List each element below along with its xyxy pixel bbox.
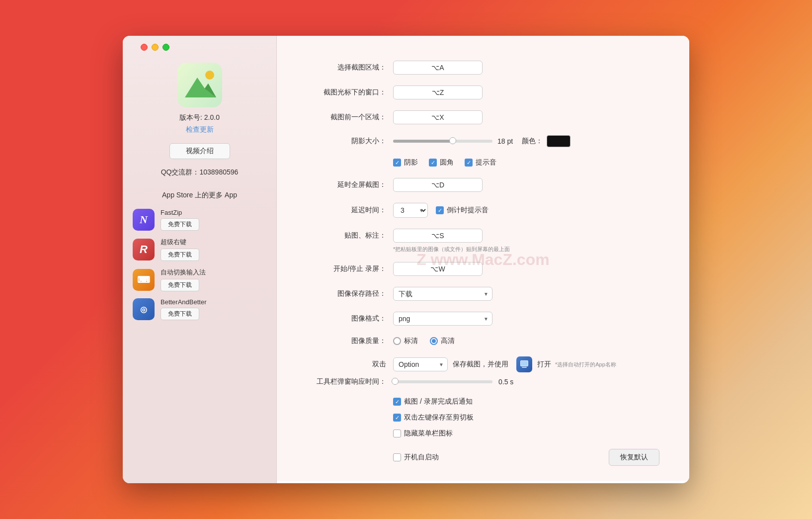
download-superright-button[interactable]: 免费下载	[161, 249, 199, 261]
radio-hd-label: 高清	[441, 337, 455, 346]
checkbox-notify-check[interactable]: ✓	[393, 398, 401, 406]
shortcut-prev-area[interactable]: ⌥X	[393, 110, 483, 124]
checkbox-hide-menu-label: 隐藏菜单栏图标	[404, 429, 453, 438]
label-double-click: 双击	[307, 360, 386, 369]
label-cursor-window: 截图光标下的窗口：	[307, 88, 386, 97]
checkbox-double-save-check[interactable]: ✓	[393, 414, 401, 422]
savepath-select[interactable]: 下载	[393, 287, 492, 301]
format-select[interactable]: png	[393, 312, 492, 326]
video-intro-button[interactable]: 视频介绍	[169, 143, 230, 159]
download-inputswitch-button[interactable]: 免费下载	[161, 279, 199, 291]
label-shadow: 阴影大小：	[307, 137, 386, 146]
delay-row: 延迟时间： 3 ▼ ✓ 倒计时提示音	[307, 203, 659, 218]
settings-row-cursor-window: 截图光标下的窗口： ⌥Z	[307, 86, 659, 99]
radio-hd: 高清	[430, 337, 455, 346]
shortcut-paste[interactable]: ⌥S	[393, 229, 483, 243]
app-name: 超级右键	[161, 238, 199, 247]
sidebar: 版本号: 2.0.0 检查更新 视频介绍 QQ交流群：1038980596 Ap…	[123, 36, 277, 483]
fastzip-icon: N	[133, 209, 155, 231]
shadow-row: 阴影大小： 18 pt 颜色：	[307, 135, 659, 147]
check-update-link[interactable]: 检查更新	[186, 125, 214, 134]
checkbox-autostart-label: 开机自启动	[404, 453, 439, 462]
checkbox-double-save: ✓ 双击左键保存至剪切板	[393, 413, 659, 422]
app-select-note: *选择自动打开的App名称	[555, 361, 616, 368]
label-prev-area: 截图前一个区域：	[307, 113, 386, 122]
settings-row-fullscreen: 延时全屏截图： ⌥D	[307, 178, 659, 192]
svg-rect-5	[522, 367, 527, 368]
save-and-use-label: 保存截图，并使用	[453, 360, 508, 369]
checkbox-notify: ✓ 截图 / 录屏完成后通知	[393, 397, 659, 406]
radio-standard: 标清	[393, 337, 418, 346]
app-name: BetterAndBetter	[161, 298, 207, 306]
delay-select-wrapper: 3 ▼	[393, 203, 428, 218]
checkbox-notify-label: 截图 / 录屏完成后通知	[404, 397, 473, 406]
shortcut-fullscreen[interactable]: ⌥D	[393, 178, 483, 192]
toolbar-value: 0.5 s	[498, 378, 513, 386]
settings-row-format: 图像格式： png ▼	[307, 312, 659, 326]
radio-hd-btn[interactable]	[430, 337, 438, 345]
list-item: R 超级右键 免费下载	[133, 238, 266, 261]
settings-row-savepath: 图像保存路径： 下载 ▼	[307, 287, 659, 301]
toolbar-slider-thumb[interactable]	[392, 378, 399, 385]
app-window: 版本号: 2.0.0 检查更新 视频介绍 QQ交流群：1038980596 Ap…	[123, 36, 689, 483]
paste-note: *把粘贴板里的图像（或文件）贴到屏幕的最上面	[307, 246, 659, 253]
label-fullscreen: 延时全屏截图：	[307, 180, 386, 189]
list-item: ◎ BetterAndBetter 免费下载	[133, 298, 266, 320]
settings-row-prev-area: 截图前一个区域： ⌥X	[307, 110, 659, 124]
maximize-button[interactable]	[162, 44, 169, 51]
settings-row-paste: 贴图、标注： ⌥S	[307, 229, 659, 243]
app-info: 自动切换输入法 免费下载	[161, 268, 206, 291]
checkbox-autostart: 开机自启动	[393, 453, 439, 462]
checkbox-countdown-label: 倒计时提示音	[447, 206, 488, 215]
checkbox-sound-label: 提示音	[476, 158, 496, 167]
checkbox-hide-menu-check[interactable]	[393, 430, 401, 437]
qq-group-text: QQ交流群：1038980596	[161, 168, 239, 177]
list-item: ⌨ 自动切换输入法 免费下载	[133, 268, 266, 291]
checkbox-round: ✓ 圆角	[429, 158, 454, 167]
checkbox-sound-check[interactable]: ✓	[465, 159, 473, 167]
checkbox-shadow: ✓ 阴影	[393, 158, 418, 167]
checkbox-shadow-check[interactable]: ✓	[393, 159, 401, 167]
color-picker[interactable]	[547, 135, 570, 147]
version-text: 版本号: 2.0.0	[179, 113, 220, 122]
checkbox-autostart-check[interactable]	[393, 453, 401, 461]
close-button[interactable]	[141, 44, 148, 51]
shadow-checkboxes: ✓ 阴影 ✓ 圆角 ✓ 提示音	[307, 158, 659, 167]
option-select[interactable]: Option	[393, 357, 448, 371]
svg-point-3	[205, 71, 214, 80]
label-delay: 延迟时间：	[307, 206, 386, 215]
shadow-value: 18 pt	[497, 137, 513, 145]
shortcut-select-area[interactable]: ⌥A	[393, 61, 483, 75]
label-paste: 贴图、标注：	[307, 231, 386, 240]
label-select-area: 选择截图区域：	[307, 63, 386, 72]
open-label: 打开	[537, 360, 551, 369]
checkbox-round-check[interactable]: ✓	[429, 159, 437, 167]
checkbox-shadow-label: 阴影	[404, 158, 418, 167]
checkbox-round-label: 圆角	[440, 158, 454, 167]
svg-rect-6	[521, 361, 528, 366]
shadow-slider-track[interactable]	[393, 140, 492, 143]
label-quality: 图像质量：	[307, 337, 386, 346]
shortcut-cursor-window[interactable]: ⌥Z	[393, 86, 483, 99]
label-savepath: 图像保存路径：	[307, 289, 386, 298]
app-info: 超级右键 免费下载	[161, 238, 199, 261]
shortcut-record[interactable]: ⌥W	[393, 262, 483, 276]
restore-default-button[interactable]: 恢复默认	[609, 449, 659, 466]
color-label: 颜色：	[522, 137, 543, 146]
shadow-slider-thumb[interactable]	[449, 137, 456, 144]
minimize-button[interactable]	[152, 44, 159, 51]
delay-select[interactable]: 3	[393, 203, 428, 218]
download-fastzip-button[interactable]: 免费下载	[161, 218, 199, 231]
label-toolbar: 工具栏弹窗响应时间：	[307, 377, 386, 386]
toolbar-slider[interactable]	[393, 380, 492, 383]
checkbox-countdown-check[interactable]: ✓	[436, 206, 444, 214]
download-better-button[interactable]: 免费下载	[161, 308, 199, 320]
radio-standard-label: 标清	[404, 337, 418, 346]
radio-standard-btn[interactable]	[393, 337, 401, 345]
settings-row-record: 开始/停止 录屏： ⌥W	[307, 262, 659, 276]
double-click-row: 双击 Option ▼ 保存截图，并使用 打开 *选	[307, 356, 659, 372]
app-info: FastZip 免费下载	[161, 209, 199, 231]
label-format: 图像格式：	[307, 314, 386, 323]
checkbox-hide-menu: 隐藏菜单栏图标	[393, 429, 659, 438]
app-list: N FastZip 免费下载 R 超级右键 免费下载 ⌨ 自动切换输入法 免费下…	[133, 209, 266, 320]
